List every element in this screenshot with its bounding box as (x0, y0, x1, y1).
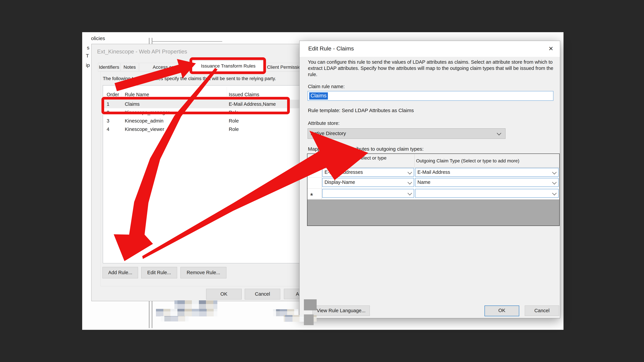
column-header-issued-claims[interactable]: Issued Claims (229, 92, 259, 97)
tab-notes[interactable]: Notes (120, 63, 139, 71)
dialog-title: Ext_Kinescope - Web API Properties (97, 48, 187, 55)
ok-button[interactable]: OK (206, 289, 242, 300)
remove-rule-button[interactable]: Remove Rule... (180, 267, 226, 278)
rule-order: 4 (107, 125, 109, 133)
rule-order: 1 (107, 100, 109, 108)
mapping-label: Mapping of LDAP attributes to outgoing c… (308, 146, 424, 152)
edit-rule-button[interactable]: Edit Rule... (141, 267, 177, 278)
selected-text: Claims (309, 92, 328, 99)
chevron-down-icon (552, 180, 556, 185)
tab-identifiers[interactable]: Identifiers (98, 63, 120, 71)
mapping-row: Display-Name Name (308, 178, 559, 188)
rule-issued-claims: Role (229, 117, 239, 125)
combobox-value: E-Mail Address (418, 168, 450, 176)
column-header-rule-name[interactable]: Rule Name (125, 92, 149, 97)
combobox-value: Name (418, 178, 430, 186)
rule-issued-claims: Role (229, 108, 239, 117)
close-icon[interactable]: × (546, 43, 556, 54)
background-text-fragment: ip (86, 62, 90, 68)
current-row-icon: ▶ (310, 170, 314, 175)
transform-rules-list[interactable]: Order Rule Name Issued Claims 1 Claims E… (103, 85, 301, 263)
attribute-store-dropdown[interactable]: Active Directory (308, 128, 506, 139)
background-pane-border (152, 41, 222, 42)
rule-name: Kinescope_admin (125, 117, 164, 125)
rule-order: 2 (107, 108, 109, 117)
outgoing-claim-combobox[interactable]: Name (415, 178, 559, 187)
rule-issued-claims: E-Mail Address,Name (229, 100, 276, 108)
grid-empty-area (308, 199, 559, 226)
gray-censor-block (304, 299, 317, 310)
rule-template-text: Rule template: Send LDAP Attributes as C… (308, 108, 414, 113)
background-pane-divider (149, 300, 152, 328)
dropdown-value: Active Directory (311, 129, 346, 138)
attribute-store-label: Attribute store: (308, 120, 340, 126)
gray-censor-block (304, 314, 314, 325)
chevron-down-icon (408, 170, 412, 174)
chevron-down-icon (552, 170, 556, 174)
combobox-value: E-Mail-Addresses (324, 168, 363, 176)
rule-name: Kinescope_manager (125, 108, 170, 117)
ldap-attribute-combobox[interactable]: E-Mail-Addresses (322, 168, 414, 177)
rules-description: The following transform rules specify th… (103, 76, 295, 81)
mapping-grid: LDAP Attribute (Select or type to add mo… (307, 153, 560, 226)
outgoing-claim-combobox[interactable]: E-Mail Address (415, 168, 559, 177)
pixelated-censor-block (161, 316, 188, 322)
screenshot-stage: olicies s T ip Ext_Kinescope - Web API P… (0, 0, 644, 362)
column-header-order[interactable]: Order (107, 92, 119, 97)
web-api-properties-dialog: Ext_Kinescope - Web API Properties Ident… (92, 44, 303, 301)
table-row[interactable]: 2 Kinescope_manager Role (103, 108, 301, 117)
pixelated-censor-block (156, 309, 217, 317)
chevron-down-icon (497, 131, 501, 135)
cancel-button[interactable]: Cancel (525, 306, 559, 316)
background-pane-divider (149, 38, 152, 44)
background-text-fragment: olicies (91, 35, 105, 41)
new-row-icon: * (310, 191, 313, 200)
pixelated-censor-block (174, 300, 217, 309)
rule-description: You can configure this rule to send the … (308, 59, 556, 78)
tab-issuance-transform-rules[interactable]: Issuance Transform Rules (192, 61, 264, 71)
table-row[interactable]: 1 Claims E-Mail Address,Name (103, 100, 301, 108)
chevron-down-icon (408, 180, 412, 185)
rule-name: Kinescope_viewer (125, 125, 164, 133)
edit-rule-dialog: Edit Rule - Claims × You can configure t… (299, 41, 560, 318)
cancel-button[interactable]: Cancel (245, 289, 280, 300)
claim-rule-name-label: Claim rule name: (308, 84, 345, 89)
dialog-title: Edit Rule - Claims (308, 45, 354, 52)
combobox-value: Display-Name (324, 178, 355, 186)
rule-order: 3 (107, 117, 109, 125)
background-text-fragment: s (87, 45, 90, 51)
view-rule-language-button[interactable]: View Rule Language... (312, 306, 370, 316)
column-divider (121, 87, 121, 98)
grid-header-outgoing-claim-type: Outgoing Claim Type (Select or type to a… (416, 158, 520, 164)
mapping-row: ▶ E-Mail-Addresses E-Mail Address (308, 168, 559, 177)
rule-issued-claims: Role (229, 125, 239, 133)
rule-name: Claims (125, 100, 140, 108)
background-text-fragment: T (86, 53, 89, 59)
header-separator (103, 99, 301, 100)
row-separator (308, 177, 322, 178)
table-row[interactable]: 3 Kinescope_admin Role (103, 117, 301, 125)
ok-button[interactable]: OK (484, 306, 519, 316)
column-divider (227, 87, 227, 98)
table-row[interactable]: 4 Kinescope_viewer Role (103, 125, 301, 133)
chevron-down-icon (408, 191, 412, 195)
ldap-attribute-combobox[interactable] (322, 189, 414, 198)
chevron-down-icon (552, 191, 556, 195)
outgoing-claim-combobox[interactable] (415, 189, 559, 198)
row-separator (308, 188, 322, 189)
add-rule-button[interactable]: Add Rule... (102, 267, 138, 278)
grid-header-ldap-attribute: LDAP Attribute (Select or type to add mo… (324, 155, 388, 166)
mapping-row-new: * (308, 189, 559, 198)
tab-access-control[interactable]: Access cont (139, 63, 192, 71)
ldap-attribute-combobox[interactable]: Display-Name (322, 178, 414, 187)
claim-rule-name-input[interactable]: Claims (308, 91, 554, 101)
